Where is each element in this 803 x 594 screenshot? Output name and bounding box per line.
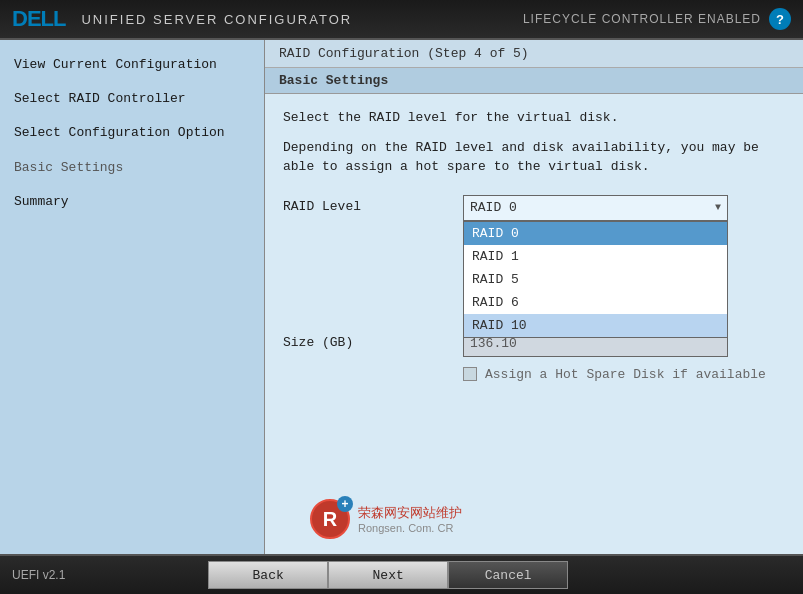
lifecycle-text: LIFECYCLE CONTROLLER ENABLED [523, 12, 761, 26]
content-body: Select the RAID level for the virtual di… [265, 94, 803, 554]
sidebar-item-basic-settings[interactable]: Basic Settings [0, 151, 264, 185]
sidebar-item-select-raid[interactable]: Select RAID Controller [0, 82, 264, 116]
sidebar-item-view-config[interactable]: View Current Configuration [0, 48, 264, 82]
hot-spare-row: Assign a Hot Spare Disk if available [283, 367, 785, 382]
sidebar-item-summary[interactable]: Summary [0, 185, 264, 219]
hot-spare-label: Assign a Hot Spare Disk if available [485, 367, 766, 382]
footer-buttons: Back Next Cancel [208, 561, 568, 589]
header-left: DELL UNIFIED SERVER CONFIGURATOR [12, 6, 352, 32]
raid-level-control: RAID 0 ▼ RAID 0 RAID 1 RAID 5 [463, 195, 728, 221]
uefi-version: UEFI v2.1 [12, 568, 65, 582]
description1: Select the RAID level for the virtual di… [283, 108, 785, 128]
raid-level-select[interactable]: RAID 0 ▼ [463, 195, 728, 221]
raid-dropdown-list: RAID 0 RAID 1 RAID 5 RAID 6 RAID 10 [463, 221, 728, 338]
section-title: Basic Settings [265, 68, 803, 94]
dell-logo: DELL [12, 6, 65, 32]
raid-level-row: RAID Level RAID 0 ▼ RAID 0 RAID 1 [283, 195, 785, 221]
header: DELL UNIFIED SERVER CONFIGURATOR LIFECYC… [0, 0, 803, 40]
next-button[interactable]: Next [328, 561, 448, 589]
footer: UEFI v2.1 Back Next Cancel [0, 554, 803, 594]
dropdown-option-raid0[interactable]: RAID 0 [464, 222, 727, 245]
sidebar: View Current Configuration Select RAID C… [0, 40, 265, 554]
content-area: RAID Configuration (Step 4 of 5) Basic S… [265, 40, 803, 554]
raid-level-value: RAID 0 [470, 200, 517, 215]
header-title: UNIFIED SERVER CONFIGURATOR [81, 12, 352, 27]
breadcrumb: RAID Configuration (Step 4 of 5) [265, 40, 803, 68]
size-label: Size (GB) [283, 331, 463, 350]
sidebar-item-select-config[interactable]: Select Configuration Option [0, 116, 264, 150]
raid-level-label: RAID Level [283, 195, 463, 214]
dropdown-option-raid1[interactable]: RAID 1 [464, 245, 727, 268]
help-button[interactable]: ? [769, 8, 791, 30]
description2: Depending on the RAID level and disk ava… [283, 138, 785, 177]
dropdown-option-raid10[interactable]: RAID 10 [464, 314, 727, 337]
back-button[interactable]: Back [208, 561, 328, 589]
cancel-button[interactable]: Cancel [448, 561, 568, 589]
main-layout: View Current Configuration Select RAID C… [0, 40, 803, 554]
header-right: LIFECYCLE CONTROLLER ENABLED ? [523, 8, 791, 30]
select-arrow-icon: ▼ [715, 202, 721, 213]
dropdown-option-raid6[interactable]: RAID 6 [464, 291, 727, 314]
hot-spare-checkbox[interactable] [463, 367, 477, 381]
dropdown-option-raid5[interactable]: RAID 5 [464, 268, 727, 291]
